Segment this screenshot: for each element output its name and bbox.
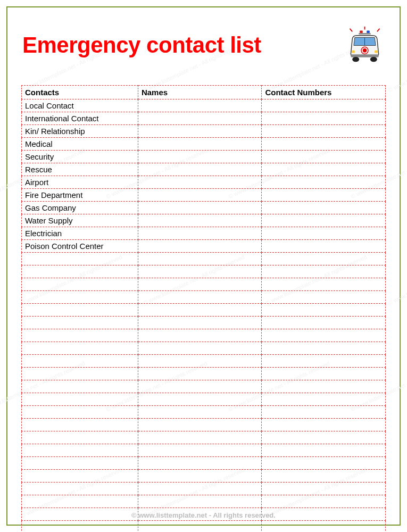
cell-empty xyxy=(138,495,262,508)
table-body: Local ContactInternational ContactKin/ R… xyxy=(22,99,386,533)
cell-contact: Gas Company xyxy=(22,202,138,214)
cell-empty xyxy=(138,483,262,495)
table-row-empty xyxy=(22,457,386,470)
page-title: Emergency contact list xyxy=(22,32,261,58)
table-row-empty xyxy=(22,253,386,265)
svg-rect-4 xyxy=(367,30,370,33)
cell-empty xyxy=(22,265,138,278)
cell-name xyxy=(138,227,262,240)
table-row: Water Supply xyxy=(22,214,386,227)
column-header-names: Names xyxy=(138,86,262,99)
table-row-empty xyxy=(22,291,386,304)
cell-empty xyxy=(22,457,138,470)
cell-contact: Water Supply xyxy=(22,214,138,227)
svg-rect-5 xyxy=(359,33,370,35)
cell-empty xyxy=(22,431,138,444)
cell-empty xyxy=(138,355,262,368)
cell-empty xyxy=(138,265,262,278)
table-row-empty xyxy=(22,521,386,533)
cell-empty xyxy=(138,278,262,291)
cell-empty xyxy=(22,355,138,368)
cell-empty xyxy=(138,342,262,355)
table-header-row: Contacts Names Contact Numbers xyxy=(22,86,386,99)
cell-empty xyxy=(262,304,386,317)
table-row-empty xyxy=(22,419,386,431)
cell-empty xyxy=(22,521,138,533)
cell-empty xyxy=(138,368,262,380)
cell-name xyxy=(138,214,262,227)
cell-empty xyxy=(262,470,386,483)
contacts-table-container: Contacts Names Contact Numbers Local Con… xyxy=(21,85,386,532)
cell-empty xyxy=(262,329,386,342)
table-row-empty xyxy=(22,368,386,380)
table-row: Medical xyxy=(22,138,386,151)
cell-empty xyxy=(138,253,262,265)
cell-name xyxy=(138,99,262,112)
column-header-numbers: Contact Numbers xyxy=(262,86,386,99)
cell-empty xyxy=(138,406,262,419)
svg-rect-9 xyxy=(363,49,367,52)
table-row-empty xyxy=(22,329,386,342)
cell-empty xyxy=(262,431,386,444)
cell-number xyxy=(262,125,386,138)
cell-empty xyxy=(22,495,138,508)
cell-empty xyxy=(138,470,262,483)
cell-empty xyxy=(22,444,138,457)
cell-number xyxy=(262,176,386,189)
cell-empty xyxy=(262,253,386,265)
cell-number xyxy=(262,163,386,176)
cell-contact: Poison Control Center xyxy=(22,240,138,253)
table-row-empty xyxy=(22,278,386,291)
cell-empty xyxy=(22,470,138,483)
cell-empty xyxy=(262,483,386,495)
table-row-empty xyxy=(22,495,386,508)
cell-empty xyxy=(22,406,138,419)
column-header-contacts: Contacts xyxy=(22,86,138,99)
cell-contact: Kin/ Relationship xyxy=(22,125,138,138)
table-row: Airport xyxy=(22,176,386,189)
table-row-empty xyxy=(22,317,386,329)
table-row: Kin/ Relationship xyxy=(22,125,386,138)
cell-empty xyxy=(262,291,386,304)
cell-empty xyxy=(22,253,138,265)
cell-number xyxy=(262,138,386,151)
cell-empty xyxy=(138,380,262,393)
cell-empty xyxy=(22,393,138,406)
cell-empty xyxy=(262,444,386,457)
cell-empty xyxy=(138,419,262,431)
table-row-empty xyxy=(22,406,386,419)
cell-empty xyxy=(262,521,386,533)
table-row-empty xyxy=(22,431,386,444)
cell-number xyxy=(262,227,386,240)
cell-contact: Medical xyxy=(22,138,138,151)
cell-empty xyxy=(262,380,386,393)
table-row-empty xyxy=(22,393,386,406)
cell-number xyxy=(262,189,386,202)
cell-empty xyxy=(262,495,386,508)
cell-number xyxy=(262,202,386,214)
cell-empty xyxy=(22,380,138,393)
cell-empty xyxy=(22,304,138,317)
table-row: International Contact xyxy=(22,112,386,125)
cell-name xyxy=(138,176,262,189)
table-row-empty xyxy=(22,380,386,393)
cell-empty xyxy=(138,393,262,406)
table-row-empty xyxy=(22,304,386,317)
cell-empty xyxy=(22,317,138,329)
table-row-empty xyxy=(22,483,386,495)
svg-rect-3 xyxy=(360,30,363,33)
cell-empty xyxy=(138,304,262,317)
cell-empty xyxy=(22,483,138,495)
cell-empty xyxy=(262,342,386,355)
table-row: Electrician xyxy=(22,227,386,240)
cell-empty xyxy=(138,444,262,457)
cell-name xyxy=(138,202,262,214)
cell-empty xyxy=(262,278,386,291)
cell-empty xyxy=(262,355,386,368)
svg-rect-13 xyxy=(352,51,355,53)
cell-contact: International Contact xyxy=(22,112,138,125)
table-row: Poison Control Center xyxy=(22,240,386,253)
cell-empty xyxy=(138,457,262,470)
table-row: Local Contact xyxy=(22,99,386,112)
cell-empty xyxy=(22,419,138,431)
